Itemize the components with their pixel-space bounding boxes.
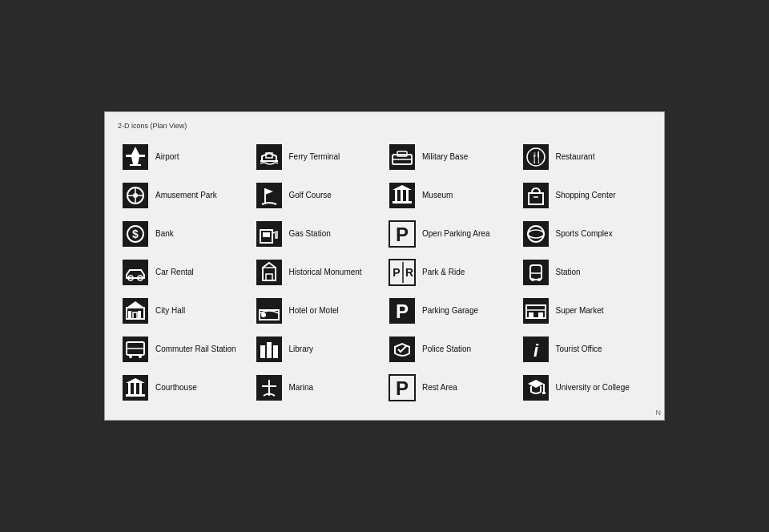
svg-text:P: P: [396, 377, 409, 399]
list-item: $Bank: [118, 215, 252, 253]
list-item: Golf Course: [252, 176, 385, 215]
svg-text:P: P: [396, 300, 409, 322]
historical-monument-icon: [255, 258, 284, 287]
icon-grid: AirportFerry TerminalMilitary Base🍴Resta…: [118, 138, 651, 407]
list-item: PRest Area: [384, 369, 518, 407]
list-item: City Hall: [118, 292, 252, 330]
commuter-rail-label: Commuter Rail Station: [155, 345, 236, 354]
svg-rect-98: [542, 392, 546, 394]
list-item: Historical Monument: [252, 253, 385, 292]
svg-rect-16: [256, 183, 282, 208]
svg-text:P: P: [393, 266, 400, 279]
hotel-motel-label: Hotel or Motel: [289, 306, 339, 316]
list-item: Military Base: [384, 138, 518, 176]
svg-text:i: i: [533, 341, 538, 361]
svg-rect-69: [529, 312, 533, 318]
card-title: 2-D icons (Plan View): [118, 122, 651, 130]
commuter-rail-icon: [121, 335, 150, 364]
library-icon: [255, 335, 284, 364]
station-label: Station: [556, 268, 581, 277]
list-item: Ferry Terminal: [252, 138, 385, 176]
police-station-label: Police Station: [422, 345, 471, 354]
list-item: Airport: [118, 138, 252, 176]
svg-rect-33: [263, 232, 270, 237]
svg-rect-58: [128, 311, 131, 319]
gas-station-icon: [255, 220, 284, 248]
svg-rect-90: [126, 394, 145, 397]
svg-point-63: [261, 312, 266, 317]
city-hall-icon: [121, 296, 150, 325]
list-item: Courthouse: [118, 369, 252, 407]
gas-station-label: Gas Station: [289, 229, 331, 239]
sports-complex-label: Sports Complex: [556, 229, 613, 239]
car-rental-label: Car Rental: [155, 268, 194, 277]
park-ride-label: Park & Ride: [422, 268, 465, 277]
svg-rect-79: [260, 345, 265, 358]
svg-text:P: P: [396, 224, 409, 245]
list-item: Hotel or Motel: [252, 292, 385, 330]
list-item: Super Market: [518, 292, 652, 330]
list-item: Station: [518, 253, 652, 292]
courthouse-icon: [121, 373, 150, 402]
museum-label: Museum: [422, 191, 453, 200]
svg-text:$: $: [132, 228, 139, 240]
marina-label: Marina: [289, 383, 314, 393]
university-icon: [521, 373, 550, 402]
svg-rect-87: [128, 383, 131, 394]
airport-icon: [121, 143, 150, 171]
restaurant-icon: 🍴: [521, 143, 550, 171]
parking-garage-icon: P: [388, 296, 417, 325]
list-item: Sports Complex: [518, 215, 652, 253]
svg-rect-70: [538, 312, 543, 318]
page-number: N: [656, 409, 662, 417]
list-item: Museum: [384, 176, 518, 215]
svg-point-15: [133, 193, 138, 198]
historical-monument-label: Historical Monument: [289, 268, 362, 277]
university-label: University or College: [556, 383, 630, 393]
list-item: Marina: [252, 369, 385, 407]
super-market-label: Super Market: [556, 306, 604, 316]
list-item: University or College: [518, 369, 652, 407]
shopping-center-label: Shopping Center: [556, 191, 616, 200]
super-market-icon: [521, 296, 550, 325]
car-rental-icon: [121, 258, 150, 287]
amusement-park-icon: [121, 181, 150, 210]
svg-rect-81: [273, 345, 278, 358]
svg-rect-36: [523, 221, 549, 247]
svg-rect-59: [138, 311, 141, 319]
svg-rect-89: [139, 383, 142, 394]
police-station-icon: [388, 335, 417, 364]
parking-garage-label: Parking Garage: [422, 306, 478, 316]
list-item: PParking Garage: [384, 292, 518, 330]
tourist-office-icon: i: [521, 335, 550, 364]
list-item: iTourist Office: [518, 330, 652, 369]
open-parking-label: Open Parking Area: [422, 229, 490, 239]
list-item: Library: [252, 330, 385, 369]
list-item: Car Rental: [118, 253, 252, 292]
svg-text:🍴: 🍴: [529, 151, 543, 164]
ferry-terminal-label: Ferry Terminal: [289, 152, 340, 162]
icon-card: 2-D icons (Plan View) AirportFerry Termi…: [104, 111, 665, 421]
military-base-icon: [388, 143, 417, 171]
list-item: POpen Parking Area: [384, 215, 518, 253]
page-container: 2-D icons (Plan View) AirportFerry Termi…: [0, 0, 769, 532]
list-item: PRPark & Ride: [384, 253, 518, 292]
library-label: Library: [289, 345, 314, 354]
military-base-label: Military Base: [422, 152, 468, 162]
courthouse-label: Courthouse: [155, 383, 197, 393]
marina-icon: [255, 373, 284, 402]
amusement-park-label: Amusement Park: [155, 191, 217, 200]
sports-complex-icon: [521, 220, 550, 248]
svg-rect-23: [406, 190, 409, 201]
svg-rect-24: [393, 201, 412, 204]
svg-rect-80: [267, 342, 272, 358]
svg-rect-88: [134, 383, 136, 394]
list-item: Commuter Rail Station: [118, 330, 252, 369]
svg-rect-1: [256, 144, 282, 170]
svg-rect-22: [401, 190, 403, 201]
svg-rect-21: [395, 190, 397, 201]
svg-point-54: [537, 278, 541, 281]
svg-rect-39: [123, 260, 148, 285]
svg-text:R: R: [405, 266, 413, 279]
golf-course-label: Golf Course: [289, 191, 332, 200]
